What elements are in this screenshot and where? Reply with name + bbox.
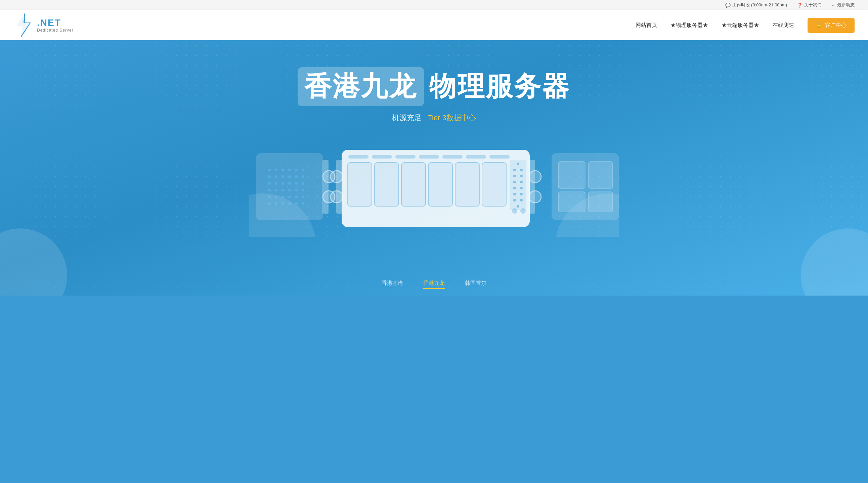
logo-sub-text: Dedicated Server bbox=[37, 28, 73, 33]
svg-point-12 bbox=[288, 175, 291, 178]
svg-rect-80 bbox=[558, 162, 585, 188]
svg-point-70 bbox=[517, 205, 519, 207]
hero-subtitle-accent: Tier 3数据中心 bbox=[428, 114, 476, 122]
hero-title-part1: 香港九龙 bbox=[298, 67, 424, 106]
logo-net-text: .NET bbox=[37, 18, 73, 28]
svg-point-3 bbox=[268, 169, 271, 171]
location-tab-kowloon[interactable]: 香港九龙 bbox=[423, 280, 445, 289]
svg-point-74 bbox=[529, 171, 541, 183]
location-tabs: 香港荃湾 香港九龙 韩国首尔 bbox=[381, 280, 487, 289]
svg-point-66 bbox=[520, 193, 523, 195]
svg-point-71 bbox=[512, 208, 517, 214]
svg-point-21 bbox=[268, 189, 271, 191]
svg-rect-51 bbox=[375, 163, 399, 206]
main-nav: 网站首页 ★物理服务器★ ★云端服务器★ 在线测速 🔒 客户中心 bbox=[636, 18, 855, 33]
top-bar: 💬 工作时段 (9:00am-21:00pm) ❓ 关于我们 ✓ 最新动态 bbox=[0, 0, 868, 10]
latest-news[interactable]: ✓ 最新动态 bbox=[832, 2, 855, 8]
decorative-circle-right bbox=[801, 228, 868, 296]
logo-svg bbox=[13, 12, 34, 39]
svg-point-15 bbox=[268, 182, 271, 185]
svg-point-67 bbox=[513, 199, 516, 201]
svg-point-22 bbox=[275, 189, 277, 191]
help-icon: ❓ bbox=[797, 3, 803, 8]
svg-rect-81 bbox=[589, 162, 613, 188]
location-tab-kwantung[interactable]: 香港荃湾 bbox=[381, 280, 403, 289]
svg-point-4 bbox=[275, 169, 277, 171]
server-svg bbox=[249, 143, 619, 237]
svg-rect-55 bbox=[482, 163, 506, 206]
header: .NET Dedicated Server 网站首页 ★物理服务器★ ★云端服务… bbox=[0, 10, 868, 40]
server-illustration bbox=[13, 143, 855, 237]
hero-title-part2: 物理服务器 bbox=[429, 68, 570, 105]
svg-rect-54 bbox=[455, 163, 479, 206]
nav-physical-server[interactable]: ★物理服务器★ bbox=[671, 22, 708, 29]
svg-point-63 bbox=[513, 187, 516, 189]
svg-rect-46 bbox=[419, 155, 439, 159]
hero-subtitle-normal: 机源充足 bbox=[392, 114, 422, 122]
svg-point-37 bbox=[295, 202, 298, 205]
svg-point-13 bbox=[295, 175, 298, 178]
svg-rect-56 bbox=[509, 160, 526, 210]
hero-title-main: 香港九龙 物理服务器 bbox=[298, 67, 570, 106]
svg-point-20 bbox=[302, 182, 304, 185]
svg-point-69 bbox=[517, 163, 519, 165]
hero-title: 香港九龙 物理服务器 bbox=[298, 67, 570, 106]
working-hours: 💬 工作时段 (9:00am-21:00pm) bbox=[725, 2, 787, 8]
svg-point-24 bbox=[288, 189, 291, 191]
nav-cloud-server[interactable]: ★云端服务器★ bbox=[721, 22, 759, 29]
svg-point-25 bbox=[295, 189, 298, 191]
svg-point-61 bbox=[513, 181, 516, 183]
svg-rect-49 bbox=[489, 155, 509, 159]
client-center-button[interactable]: 🔒 客户中心 bbox=[808, 18, 855, 33]
svg-point-7 bbox=[295, 169, 298, 171]
svg-rect-53 bbox=[428, 163, 453, 206]
svg-point-31 bbox=[295, 195, 298, 198]
svg-rect-47 bbox=[442, 155, 463, 159]
svg-point-60 bbox=[520, 175, 523, 178]
svg-point-57 bbox=[513, 169, 516, 171]
svg-point-5 bbox=[281, 169, 284, 171]
logo[interactable]: .NET Dedicated Server bbox=[13, 12, 73, 39]
nav-speed-test[interactable]: 在线测速 bbox=[773, 22, 794, 29]
hero-subtitle: 机源充足 Tier 3数据中心 bbox=[392, 113, 476, 123]
svg-point-77 bbox=[331, 171, 343, 183]
decorative-circle-left bbox=[0, 228, 67, 296]
svg-point-16 bbox=[275, 182, 277, 185]
about-us[interactable]: ❓ 关于我们 bbox=[797, 2, 822, 8]
svg-rect-48 bbox=[466, 155, 486, 159]
svg-point-32 bbox=[302, 195, 304, 198]
check-icon: ✓ bbox=[832, 3, 835, 8]
svg-rect-45 bbox=[395, 155, 415, 159]
svg-point-18 bbox=[288, 182, 291, 185]
svg-point-38 bbox=[302, 202, 304, 205]
svg-point-68 bbox=[520, 199, 523, 201]
svg-rect-76 bbox=[336, 160, 342, 214]
svg-point-75 bbox=[529, 191, 541, 203]
svg-point-10 bbox=[275, 175, 277, 178]
svg-point-59 bbox=[513, 175, 516, 178]
svg-point-19 bbox=[295, 182, 298, 185]
nav-home[interactable]: 网站首页 bbox=[636, 22, 657, 29]
chat-icon: 💬 bbox=[725, 3, 731, 8]
svg-rect-39 bbox=[322, 160, 329, 214]
svg-rect-43 bbox=[348, 155, 369, 159]
svg-point-58 bbox=[520, 169, 523, 171]
lock-icon: 🔒 bbox=[815, 22, 822, 29]
svg-point-9 bbox=[268, 175, 271, 178]
svg-point-30 bbox=[288, 195, 291, 198]
svg-point-64 bbox=[520, 187, 523, 189]
svg-rect-73 bbox=[529, 160, 535, 214]
svg-point-23 bbox=[281, 189, 284, 191]
svg-point-65 bbox=[513, 193, 516, 195]
svg-point-78 bbox=[331, 191, 343, 203]
svg-rect-50 bbox=[348, 163, 372, 206]
svg-point-72 bbox=[520, 208, 526, 214]
svg-point-26 bbox=[302, 189, 304, 191]
logo-text: .NET Dedicated Server bbox=[37, 18, 73, 33]
svg-point-6 bbox=[288, 169, 291, 171]
hero-section: 香港九龙 物理服务器 机源充足 Tier 3数据中心 bbox=[0, 40, 868, 296]
location-tab-seoul[interactable]: 韩国首尔 bbox=[465, 280, 487, 289]
svg-point-11 bbox=[281, 175, 284, 178]
svg-rect-52 bbox=[401, 163, 426, 206]
svg-rect-44 bbox=[372, 155, 392, 159]
